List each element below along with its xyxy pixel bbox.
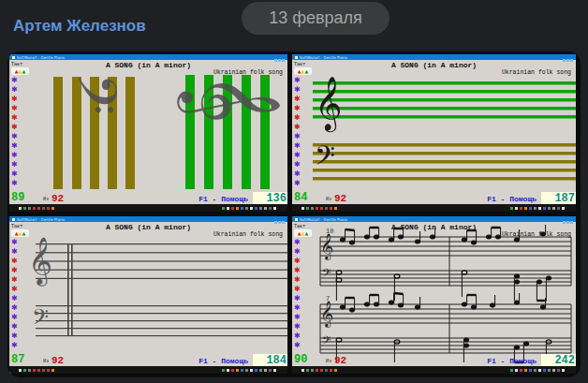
sender-name[interactable]: Артем Железнов (13, 17, 146, 36)
help-hint: F1 - Помощь (487, 195, 537, 203)
current-measure: 87 (11, 353, 24, 366)
photo-attachment[interactable]: SoftMozart - Gentle Piano A SONG (in A m… (7, 52, 581, 377)
taskbar-app-icons (19, 369, 56, 372)
taskbar-dot-icon (33, 207, 36, 210)
taskbar-tray-icons (222, 369, 278, 372)
taskbar-dot-icon (515, 207, 518, 210)
taskbar-dot-icon (320, 207, 323, 210)
music-canvas-notation: 10 7 𝄞 𝄢 𝄞 𝄢 (292, 222, 576, 366)
score-counter: 184 (253, 354, 287, 366)
treble-clef-icon: 𝄞 (320, 233, 333, 260)
taskbar-dot-icon (543, 207, 546, 210)
screenshot-vertical-staves: SoftMozart - Gentle Piano A SONG (in A m… (9, 54, 287, 212)
window-title: SoftMozart - Gentle Piano (17, 217, 65, 222)
of-label: Из (43, 197, 49, 202)
taskbar-dot-icon (301, 207, 304, 210)
taskbar-dot-icon (222, 369, 225, 372)
taskbar-dot-icon (245, 207, 248, 210)
taskbar-dot-icon (259, 207, 262, 210)
taskbar-dot-icon (236, 369, 239, 372)
taskbar-dot-icon (557, 207, 560, 210)
treble-clef-icon: 𝄞 (315, 76, 343, 133)
current-measure: 89 (11, 191, 24, 204)
taskbar-dot-icon (250, 207, 253, 210)
taskbar-dot-icon (520, 207, 522, 210)
taskbar-dot-icon (562, 207, 565, 210)
app-client-area: A SONG (in A minor) Ukrainian folk song … (9, 222, 287, 366)
music-canvas-vertical-staves: 𝄢 𝄞 (9, 60, 287, 204)
window-icon (295, 56, 298, 59)
taskbar-dot-icon (520, 369, 522, 372)
treble-clef-icon: 𝄞 (177, 73, 282, 124)
taskbar-dot-icon (524, 369, 527, 372)
music-canvas-empty-staff: 𝄞 𝄢 (9, 222, 287, 366)
taskbar-dot-icon (306, 207, 309, 210)
taskbar-dot-icon (316, 207, 318, 210)
taskbar-dot-icon (255, 369, 257, 372)
taskbar-dot-icon (241, 207, 243, 210)
help-hint: F1 - Помощь (198, 195, 248, 203)
taskbar-dot-icon (330, 207, 332, 210)
taskbar-dot-icon (538, 207, 541, 210)
taskbar-app-icons (19, 207, 56, 210)
screenshot-horizontal-staves: SoftMozart - Gentle Piano A SONG (in A m… (292, 54, 576, 212)
status-bar: 89 Из 92 F1 - Помощь 136 (9, 191, 287, 204)
app-client-area: A SONG (in A minor) Ukrainian folk song … (292, 222, 576, 366)
taskbar-dot-icon (231, 207, 234, 210)
screenshot-notation: SoftMozart - Gentle Piano A SONG (in A m… (292, 216, 576, 374)
current-measure: 84 (294, 191, 307, 204)
score-counter: 187 (541, 192, 576, 204)
taskbar-tray-icons (510, 207, 566, 210)
taskbar-dot-icon (311, 207, 314, 210)
window-icon (12, 218, 15, 221)
taskbar-dot-icon (552, 369, 555, 372)
taskbar-dot-icon (515, 369, 518, 372)
date-badge: 13 февраля (242, 2, 390, 35)
taskbar-dot-icon (264, 207, 267, 210)
taskbar-dot-icon (264, 369, 267, 372)
taskbar-dot-icon (19, 369, 22, 372)
of-label: Из (43, 359, 49, 364)
total-measures: 92 (51, 355, 64, 366)
taskbar-dot-icon (334, 207, 337, 210)
taskbar-dot-icon (548, 369, 551, 372)
taskbar-dot-icon (510, 207, 513, 210)
taskbar-dot-icon (37, 207, 40, 210)
taskbar-dot-icon (47, 369, 50, 372)
taskbar-dot-icon (538, 369, 541, 372)
taskbar-dot-icon (562, 369, 565, 372)
taskbar-dot-icon (316, 369, 318, 372)
taskbar-dot-icon (273, 207, 276, 210)
taskbar-dot-icon (227, 369, 229, 372)
taskbar-dot-icon (33, 369, 36, 372)
of-label: Из (326, 197, 331, 202)
status-bar: 84 Из 92 F1 - Помощь 187 (292, 191, 576, 204)
help-hint: F1 - Помощь (198, 357, 248, 365)
window-title: SoftMozart - Gentle Piano (17, 55, 65, 60)
taskbar-dot-icon (334, 369, 337, 372)
current-measure: 90 (294, 353, 307, 366)
taskbar-dot-icon (510, 369, 513, 372)
taskbar-dot-icon (301, 369, 304, 372)
taskbar-dot-icon (529, 369, 532, 372)
taskbar-dot-icon (552, 207, 555, 210)
taskbar-dot-icon (23, 369, 26, 372)
window-title: SoftMozart - Gentle Piano (300, 55, 347, 60)
taskbar-dot-icon (28, 207, 31, 210)
help-hint: F1 - Помощь (487, 357, 537, 365)
taskbar-tray-icons (510, 369, 566, 372)
taskbar-dot-icon (273, 369, 276, 372)
bass-clef-icon: 𝄢 (322, 266, 331, 283)
taskbar-tray-icons (222, 207, 278, 210)
app-client-area: A SONG (in A minor) Ukrainian folk song … (292, 60, 576, 204)
taskbar-dot-icon (19, 207, 22, 210)
taskbar-dot-icon (330, 369, 332, 372)
chat-message: Артем Железнов 13 февраля SoftMozart - G… (0, 0, 588, 383)
bass-clef-icon: 𝄢 (32, 304, 49, 335)
window-title: SoftMozart - Gentle Piano (300, 217, 347, 222)
taskbar-dot-icon (37, 369, 40, 372)
taskbar-dot-icon (325, 207, 328, 210)
taskbar-dot-icon (51, 207, 54, 210)
bass-clef-icon: 𝄢 (315, 140, 335, 177)
status-bar: 90 Из 92 F1 - Помощь 242 (292, 353, 576, 366)
